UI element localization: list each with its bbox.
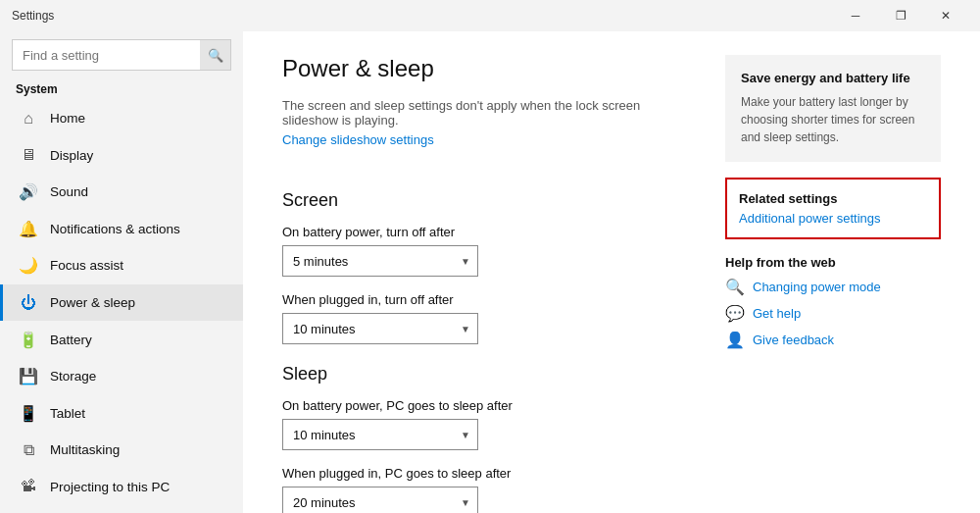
sleep-plugged-label: When plugged in, PC goes to sleep after [282,466,686,481]
change-slideshow-link[interactable]: Change slideshow settings [282,132,434,147]
sleep-plugged-select[interactable]: 5 minutes 10 minutes 15 minutes 20 minut… [282,487,478,513]
content-area: Power & sleep The screen and sleep setti… [243,31,980,513]
sidebar-item-focus-assist[interactable]: 🌙 Focus assist [0,247,243,284]
sleep-battery-label: On battery power, PC goes to sleep after [282,398,686,413]
app-body: 🔍 System ⌂ Home 🖥 Display 🔊 Sound 🔔 Noti… [0,31,980,513]
help-from-web-title: Help from the web [725,255,941,270]
sidebar-item-storage[interactable]: 💾 Storage [0,358,243,395]
system-label: System [0,75,243,100]
screen-description: The screen and sleep settings don't appl… [282,98,686,128]
sleep-section-title: Sleep [282,364,686,385]
related-settings-box: Related settings Additional power settin… [725,178,941,239]
give-feedback-icon: 👤 [725,331,745,349]
screen-battery-row: On battery power, turn off after 5 minut… [282,225,686,277]
additional-power-settings-link[interactable]: Additional power settings [739,211,881,226]
title-bar: Settings ─ ❐ ✕ [0,0,980,31]
info-card-text: Make your battery last longer by choosin… [741,93,925,146]
content-main: Power & sleep The screen and sleep setti… [282,55,686,489]
screen-plugged-row: When plugged in, turn off after 5 minute… [282,292,686,344]
info-card-title: Save energy and battery life [741,71,925,85]
search-icon-button[interactable]: 🔍 [200,39,231,71]
get-help-link[interactable]: Get help [753,306,801,321]
get-help-row: 💬 Get help [725,304,941,323]
sidebar-item-label-battery: Battery [50,333,92,347]
related-settings-title: Related settings [739,191,927,206]
screen-section-title: Screen [282,190,686,211]
screen-plugged-label: When plugged in, turn off after [282,292,686,307]
sound-icon: 🔊 [19,182,38,201]
multitasking-icon: ⧉ [19,441,38,459]
changing-power-mode-row: 🔍 Changing power mode [725,278,941,296]
sidebar-item-label-power-sleep: Power & sleep [50,295,135,310]
minimize-button[interactable]: ─ [833,0,878,31]
home-icon: ⌂ [19,110,38,128]
power-sleep-icon: ⏻ [19,294,38,312]
sidebar-item-display[interactable]: 🖥 Display [0,137,243,175]
changing-power-mode-link[interactable]: Changing power mode [753,280,881,294]
right-panel: Save energy and battery life Make your b… [725,55,941,489]
storage-icon: 💾 [19,367,38,385]
sidebar-item-label-focus-assist: Focus assist [50,258,123,273]
tablet-icon: 📱 [19,404,38,423]
changing-power-mode-icon: 🔍 [725,278,745,296]
get-help-icon: 💬 [725,304,745,323]
screen-battery-select[interactable]: 5 minutes 10 minutes 15 minutes 20 minut… [282,245,478,277]
notifications-icon: 🔔 [19,220,38,238]
projecting-icon: 📽 [19,478,38,495]
restore-button[interactable]: ❐ [878,0,923,31]
sidebar-item-label-home: Home [50,111,85,126]
sleep-plugged-dropdown-wrapper: 5 minutes 10 minutes 15 minutes 20 minut… [282,487,478,513]
screen-plugged-dropdown-wrapper: 5 minutes 10 minutes 15 minutes 20 minut… [282,313,478,344]
focus-assist-icon: 🌙 [19,256,38,275]
screen-plugged-select[interactable]: 5 minutes 10 minutes 15 minutes 20 minut… [282,313,478,344]
sidebar-item-tablet[interactable]: 📱 Tablet [0,394,243,432]
search-input[interactable] [12,39,231,71]
search-container: 🔍 [12,39,231,71]
sidebar-item-label-sound: Sound [50,184,88,199]
sleep-battery-dropdown-wrapper: 5 minutes 10 minutes 15 minutes 20 minut… [282,419,478,450]
info-card: Save energy and battery life Make your b… [725,55,941,162]
sleep-plugged-row: When plugged in, PC goes to sleep after … [282,466,686,513]
sleep-battery-select[interactable]: 5 minutes 10 minutes 15 minutes 20 minut… [282,419,478,450]
sidebar-item-notifications[interactable]: 🔔 Notifications & actions [0,211,243,248]
sidebar-item-battery[interactable]: 🔋 Battery [0,321,243,358]
sidebar-item-sound[interactable]: 🔊 Sound [0,174,243,211]
sleep-battery-row: On battery power, PC goes to sleep after… [282,398,686,450]
sidebar-item-multitasking[interactable]: ⧉ Multitasking [0,432,243,469]
battery-icon: 🔋 [19,331,38,349]
sidebar-item-label-storage: Storage [50,369,96,384]
sidebar-item-power-sleep[interactable]: ⏻ Power & sleep [0,284,243,322]
sidebar-item-label-multitasking: Multitasking [50,442,120,457]
sidebar-item-label-projecting: Projecting to this PC [50,480,170,494]
close-button[interactable]: ✕ [923,0,968,31]
sidebar-item-label-tablet: Tablet [50,406,85,421]
give-feedback-row: 👤 Give feedback [725,331,941,349]
sidebar-item-label-notifications: Notifications & actions [50,222,180,236]
screen-battery-dropdown-wrapper: 5 minutes 10 minutes 15 minutes 20 minut… [282,245,478,277]
app-title: Settings [12,9,54,23]
window-controls: ─ ❐ ✕ [833,0,968,31]
sidebar-item-projecting[interactable]: 📽 Projecting to this PC [0,468,243,505]
give-feedback-link[interactable]: Give feedback [753,333,834,347]
page-title: Power & sleep [282,55,686,82]
sidebar-item-home[interactable]: ⌂ Home [0,100,243,137]
sidebar-item-label-display: Display [50,148,93,163]
sidebar: 🔍 System ⌂ Home 🖥 Display 🔊 Sound 🔔 Noti… [0,31,243,513]
display-icon: 🖥 [19,146,38,164]
screen-battery-label: On battery power, turn off after [282,225,686,239]
